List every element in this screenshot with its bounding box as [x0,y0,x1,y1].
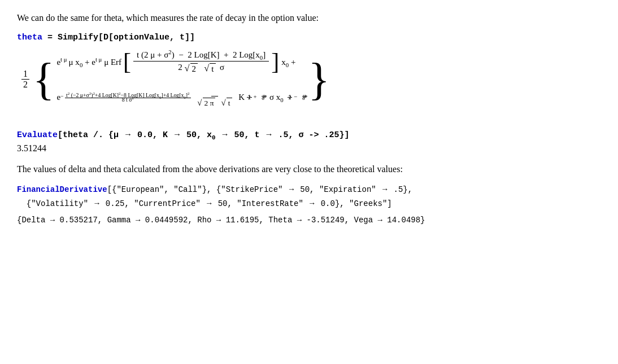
fd-args1: [{"European", "Call"}, {"StrikePrice" → … [107,185,413,194]
mu-x0-1: μ x0 + et μ μ Erf [69,58,122,67]
sqrt-denominator: √2 π √t [195,97,234,109]
x0-plus: x0 + [281,58,295,67]
K-exponent: 1 2 + μ σ2 [245,96,268,98]
financial-line1: FinancialDerivative[{"European", "Call"}… [17,183,601,197]
financial-output: {Delta → 0.535217, Gamma → 0.0449592, Rh… [17,216,601,225]
formula-top-row: et μ μ x0 + et μ μ Erf [ t (2 μ + σ2) − … [56,49,295,75]
code-theta-body: = Simplify[D[optionValue, t]] [42,33,195,42]
right-brace: } [308,59,329,99]
half-fraction: 1 2 [21,69,29,90]
theta-formula: 1 2 { et μ μ x0 + et μ μ Erf [ t (2 μ + … [21,49,601,109]
fd-args2: {"Volatility" → 0.25, "CurrentPrice" → 5… [27,199,392,208]
fd-keyword: FinancialDerivative [17,185,107,194]
left-brace: { [33,59,54,99]
exp-numerator: − t2 (−2 μ+σ2)2+4 Log[K]2−8 Log[K] Log[x… [60,94,191,100]
code-theta-keyword: theta [17,33,42,42]
sqrt-t: √t [204,63,215,74]
sigma-sym: σ x0 [269,93,284,102]
x0-exponent: 1 2 − μ σ2 [285,96,308,98]
sqrt-numerator [211,85,217,97]
exp-tmu-1: et μ [56,58,67,67]
sqrt-fraction: √2 π √t [195,85,234,109]
intro-paragraph: We can do the same for theta, which meas… [17,11,601,25]
formula-bottom-row: e − t2 (−2 μ+σ2)2+4 Log[K]2−8 Log[K] Log… [56,85,308,109]
erf-close-bracket: ] [271,51,279,73]
erf-numerator: t (2 μ + σ2) − 2 Log[K] + 2 Log[x0] [133,49,269,62]
half-den: 2 [21,80,29,90]
erf-denominator: 2 √2 √t σ [175,62,228,75]
evaluate-line: Evaluate[theta /. {μ → 0.0, K → 50, x0 →… [17,129,601,140]
evaluate-keyword: Evaluate [17,130,58,140]
financial-line2: {"Volatility" → 0.25, "CurrentPrice" → 5… [17,197,601,211]
erf-inner-fraction: t (2 μ + σ2) − 2 Log[K] + 2 Log[x0] 2 √2… [133,49,269,75]
code-theta-assignment: theta = Simplify[D[optionValue, t]] [17,33,601,42]
erf-open-bracket: [ [123,51,131,73]
theta-result: 3.51244 [17,143,601,154]
half-num: 1 [21,69,29,80]
evaluate-body: [theta /. {μ → 0.0, K → 50, x0 → 50, t →… [58,130,350,140]
financial-derivative-code: FinancialDerivative[{"European", "Call"}… [17,183,601,211]
closing-paragraph: The values of delta and theta calculated… [17,163,601,176]
exp-base: e [56,93,60,102]
sqrt-2: √2 [184,63,198,74]
K-base: K [238,93,245,102]
